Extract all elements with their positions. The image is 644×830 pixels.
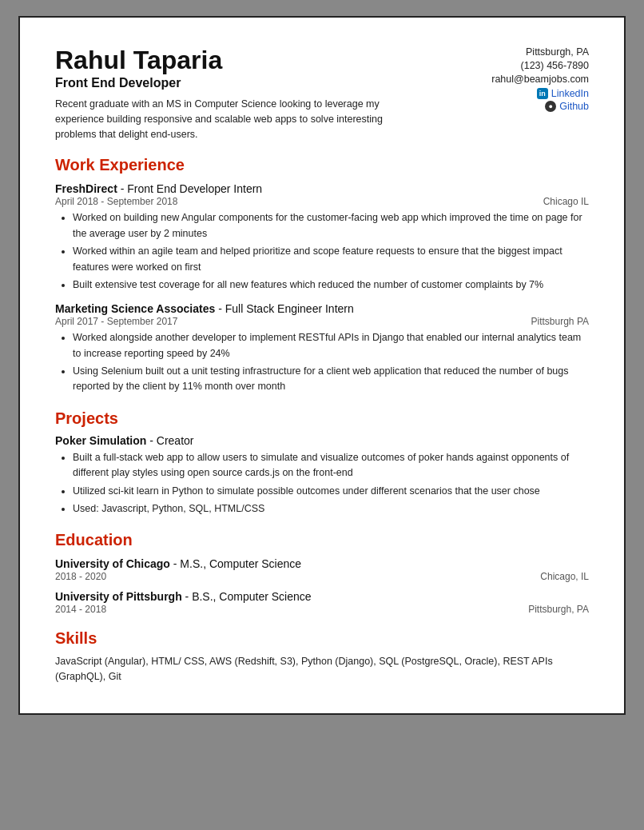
job-bullets: Worked alongside another developer to im… [55, 330, 589, 395]
job-bullets: Worked on building new Angular component… [55, 210, 589, 293]
candidate-summary: Recent graduate with an MS in Computer S… [55, 97, 391, 142]
bullet-item: Using Selenium built out a unit testing … [73, 364, 589, 395]
linkedin-icon: in [537, 88, 548, 99]
projects-section: Projects Poker Simulation - Creator Buil… [55, 409, 589, 517]
job-title-line: FreshDirect - Front End Developer Intern [55, 182, 262, 195]
job-item: FreshDirect - Front End Developer Intern… [55, 182, 589, 293]
candidate-phone: (123) 456-7890 [461, 60, 589, 71]
job-dates: April 2018 - September 2018 [55, 196, 177, 207]
edu-degree: - M.S., Computer Science [173, 557, 301, 570]
edu-school: University of Pittsburgh [55, 590, 182, 603]
job-location: Chicago IL [543, 196, 589, 207]
header-left: Rahul Taparia Front End Developer Recent… [55, 46, 461, 142]
header-right: Pittsburgh, PA (123) 456-7890 rahul@beam… [461, 46, 589, 114]
skills-section: Skills JavaScript (Angular), HTML/ CSS, … [55, 629, 589, 684]
job-company: Marketing Science Associates [55, 302, 215, 315]
header-section: Rahul Taparia Front End Developer Recent… [55, 46, 589, 142]
candidate-title: Front End Developer [55, 76, 461, 90]
edu-school: University of Chicago [55, 557, 170, 570]
bullet-item: Built a full-stack web app to allow user… [73, 450, 589, 481]
candidate-name: Rahul Taparia [55, 46, 461, 74]
project-title-line: Poker Simulation - Creator [55, 434, 589, 447]
job-dates: April 2017 - September 2017 [55, 316, 177, 327]
github-link[interactable]: ● Github [545, 101, 589, 112]
education-title: Education [55, 531, 589, 549]
education-item: University of Chicago - M.S., Computer S… [55, 557, 589, 582]
job-location: Pittsburgh PA [531, 316, 589, 327]
job-item: Marketing Science Associates - Full Stac… [55, 302, 589, 395]
skills-text: JavaScript (Angular), HTML/ CSS, AWS (Re… [55, 654, 589, 684]
projects-title: Projects [55, 409, 589, 428]
github-label: Github [559, 101, 589, 112]
project-separator: - Creator [149, 434, 193, 447]
bullet-item: Worked on building new Angular component… [73, 210, 589, 241]
education-item: University of Pittsburgh - B.S., Compute… [55, 590, 589, 615]
work-experience-title: Work Experience [55, 156, 589, 174]
job-header: FreshDirect - Front End Developer Intern [55, 182, 589, 195]
candidate-location: Pittsburgh, PA [461, 46, 589, 58]
job-meta: April 2017 - September 2017 Pittsburgh P… [55, 316, 589, 327]
project-bullets: Built a full-stack web app to allow user… [55, 450, 589, 517]
bullet-item: Worked within an agile team and helped p… [73, 244, 589, 275]
edu-dates: 2018 - 2020 [55, 571, 106, 582]
edu-dates: 2014 - 2018 [55, 604, 106, 615]
bullet-item: Used: Javascript, Python, SQL, HTML/CSS [73, 501, 589, 517]
edu-meta: 2018 - 2020 Chicago, IL [55, 571, 589, 582]
candidate-email: rahul@beamjobs.com [461, 74, 589, 85]
education-section: Education University of Chicago - M.S., … [55, 531, 589, 615]
project-item: Poker Simulation - Creator Built a full-… [55, 434, 589, 517]
edu-location: Pittsburgh, PA [528, 604, 589, 615]
job-company: FreshDirect [55, 182, 117, 195]
edu-meta: 2014 - 2018 Pittsburgh, PA [55, 604, 589, 615]
social-links: in LinkedIn ● Github [461, 88, 589, 112]
edu-header: University of Pittsburgh - B.S., Compute… [55, 590, 589, 603]
linkedin-label: LinkedIn [551, 88, 589, 99]
edu-title-line: University of Pittsburgh - B.S., Compute… [55, 590, 312, 603]
edu-title-line: University of Chicago - M.S., Computer S… [55, 557, 301, 570]
resume-document: Rahul Taparia Front End Developer Recent… [18, 16, 626, 715]
bullet-item: Utilized sci-kit learn in Python to simu… [73, 484, 589, 499]
edu-header: University of Chicago - M.S., Computer S… [55, 557, 589, 570]
skills-title: Skills [55, 629, 589, 648]
bullet-item: Worked alongside another developer to im… [73, 330, 589, 361]
project-name: Poker Simulation [55, 434, 146, 447]
github-icon: ● [545, 101, 556, 112]
job-header: Marketing Science Associates - Full Stac… [55, 302, 589, 315]
bullet-item: Built extensive test coverage for all ne… [73, 277, 589, 293]
job-separator: - Full Stack Engineer Intern [218, 302, 354, 315]
edu-degree: - B.S., Computer Science [185, 590, 312, 603]
edu-location: Chicago, IL [540, 571, 589, 582]
job-meta: April 2018 - September 2018 Chicago IL [55, 196, 589, 207]
job-separator: - Front End Developer Intern [121, 182, 262, 195]
job-title-line: Marketing Science Associates - Full Stac… [55, 302, 354, 315]
linkedin-link[interactable]: in LinkedIn [537, 88, 589, 99]
work-experience-section: Work Experience FreshDirect - Front End … [55, 156, 589, 394]
